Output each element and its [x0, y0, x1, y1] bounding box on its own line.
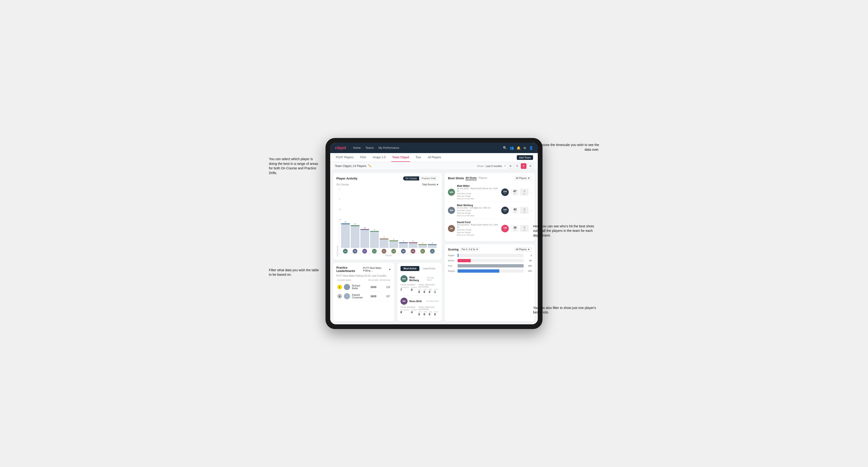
- scoring-row-pars: Pars 499: [448, 264, 532, 268]
- shot-item-mcharg[interactable]: BM Blair McHarg 23 Jul 2023 · Ashridge G…: [448, 202, 532, 219]
- player-score-butler: 19/20: [365, 286, 376, 288]
- user-icon[interactable]: 👤: [529, 146, 533, 150]
- bell-icon[interactable]: 🔔: [517, 146, 521, 150]
- scoring-card: Scoring Par 3, 4 & 5s ▼ All Players ▼: [445, 244, 535, 321]
- pars-label: Pars: [448, 264, 456, 267]
- scoring-players-dropdown-icon: ▼: [528, 248, 530, 251]
- on-course-toggle[interactable]: On Course: [403, 177, 419, 181]
- team-header: Team Clippd | 14 Players ✏️ Show: Last 3…: [330, 162, 538, 170]
- add-team-button[interactable]: Add Team: [517, 155, 533, 160]
- settings-view-icon[interactable]: ⚙: [527, 163, 533, 169]
- shot-chevron-ford[interactable]: ›: [530, 227, 532, 230]
- bar-value-9: 2: [432, 242, 433, 244]
- best-shots-header: Best Shots All Shots Players All Players…: [448, 176, 532, 180]
- bar-7: [409, 242, 417, 248]
- list-view-icon[interactable]: ☰: [514, 163, 520, 169]
- shot-info-ford: David Ford 24 Aug 2023 · Royal North Dev…: [457, 221, 499, 236]
- all-players-selector[interactable]: All Players ▼: [514, 176, 532, 180]
- player-activity-header: Player Activity On Course Practice Drill…: [336, 176, 438, 181]
- nav-link-home[interactable]: Home: [353, 146, 361, 150]
- shot-chevron-miller[interactable]: ›: [530, 190, 532, 194]
- sub-nav-team-clippd[interactable]: Team Clippd: [391, 153, 410, 162]
- par-filter-selector[interactable]: Par 3, 4 & 5s ▼: [460, 247, 480, 251]
- bar-item-0: 13 BM: [341, 221, 350, 253]
- tablet-screen: clippd Home Teams My Performance 🔍 👥 🔔 ⊕…: [330, 143, 538, 324]
- shot-item-miller[interactable]: MM Matt Miller 09 Jun 2023 · Royal North…: [448, 183, 532, 202]
- chart-filter-selector[interactable]: Total Rounds ▼: [422, 183, 438, 186]
- player-avatar-butler: [344, 284, 350, 290]
- active-date-mcharg: 26 Aug 2023: [427, 276, 438, 281]
- least-active-tab[interactable]: Least Active: [420, 266, 438, 271]
- bottom-panels: Practice Leaderboards PUTT Must Make Put…: [333, 263, 442, 321]
- bar-avatar-9: LR: [430, 249, 435, 253]
- bar-8: [418, 244, 427, 248]
- nav-bar: clippd Home Teams My Performance 🔍 👥 🔔 ⊕…: [330, 143, 538, 153]
- shot-chevron-mcharg[interactable]: ›: [530, 209, 532, 212]
- shot-stat-dist: 67 yds: [511, 189, 519, 195]
- best-shots-card: Best Shots All Shots Players All Players…: [445, 173, 535, 241]
- practice-drills-toggle[interactable]: Practice Drills: [419, 177, 438, 181]
- player-score-crossman: 18/20: [365, 295, 376, 298]
- player-activity-card: Player Activity On Course Practice Drill…: [333, 173, 442, 260]
- sub-nav-all-players[interactable]: All Players: [427, 153, 442, 162]
- birdies-fill: [458, 259, 471, 262]
- active-player-britt: RB Rees Britt 02 Sep 2023 Total Rounds: [401, 296, 439, 318]
- player-avg-butler: 110: [378, 286, 390, 288]
- shot-stat-remain3: 0 yds: [520, 225, 529, 232]
- sub-nav-pga[interactable]: PGA: [359, 153, 367, 162]
- bar-avatar-0: BM: [343, 249, 348, 253]
- bar-avatar-3: JC: [372, 249, 377, 253]
- shot-stats-ford: 16 yds 0 yds: [511, 225, 529, 232]
- right-panel: Best Shots All Shots Players All Players…: [445, 173, 535, 321]
- most-active-tab[interactable]: Most Active: [401, 266, 420, 271]
- bar-avatar-4: EE: [382, 249, 386, 253]
- view-icons: ⊞ ☰ ♥ ⚙: [507, 163, 533, 169]
- rank-2-badge: 2: [337, 294, 342, 299]
- annotation-top-left: You can select which player is doing the…: [269, 157, 321, 175]
- shot-item-ford[interactable]: DF David Ford 24 Aug 2023 · Royal North …: [448, 219, 532, 238]
- nav-link-performance[interactable]: My Performance: [378, 146, 399, 150]
- bar-value-3: 9: [374, 229, 375, 230]
- bar-avatar-8: EC: [420, 249, 425, 253]
- bar-item-7: 3 MM: [409, 240, 417, 253]
- all-shots-tab[interactable]: All Shots: [465, 177, 477, 180]
- pars-value: 499: [525, 264, 532, 267]
- left-panel: Player Activity On Course Practice Drill…: [333, 173, 442, 321]
- bar-value-0: 13: [345, 221, 346, 223]
- tablet-frame: clippd Home Teams My Performance 🔍 👥 🔔 ⊕…: [326, 138, 542, 329]
- sub-nav-tour[interactable]: Tour: [415, 153, 422, 162]
- bar-3: [370, 231, 379, 248]
- shot-avatar-miller: MM: [448, 189, 455, 196]
- time-selector[interactable]: Last 3 months: [486, 165, 502, 167]
- sub-nav-hcaps[interactable]: Hcaps 1-5: [372, 153, 386, 162]
- drill-selector[interactable]: PUTT Must Make Putting ... ▼: [363, 267, 391, 272]
- grid-view-icon[interactable]: ⊞: [507, 163, 513, 169]
- birdies-label: Birdies: [448, 259, 456, 262]
- shot-stat-dist2: 43 yds: [511, 207, 519, 214]
- shots-tabs: All Shots Players: [465, 177, 487, 180]
- drill-dropdown-icon: ▼: [389, 268, 391, 271]
- bar-value-1: 12: [354, 223, 356, 225]
- scoring-players-selector[interactable]: All Players ▼: [514, 247, 532, 251]
- bar-item-9: 2 LR: [428, 242, 437, 253]
- bar-1: [351, 225, 360, 248]
- practice-leaderboards-card: Practice Leaderboards PUTT Must Make Put…: [333, 263, 394, 321]
- active-player-avatar-britt: RB: [401, 298, 408, 305]
- annotation-bot-right: You can also filter to show just one pla…: [533, 306, 599, 315]
- sub-nav-pgat[interactable]: PGAT Players: [335, 153, 354, 162]
- annotation-mid-right: Here you can see who's hit the best shot…: [533, 224, 599, 238]
- chart-wrap: Total Rounds 15 10 5 0: [336, 188, 438, 257]
- heart-view-icon[interactable]: ♥: [521, 163, 526, 169]
- nav-link-teams[interactable]: Teams: [365, 146, 374, 150]
- plus-circle-icon[interactable]: ⊕: [523, 146, 526, 150]
- team-title: Team Clippd | 14 Players: [335, 164, 366, 168]
- edit-icon[interactable]: ✏️: [368, 164, 371, 167]
- bar-item-6: 3 RB: [399, 240, 408, 253]
- users-icon[interactable]: 👥: [510, 146, 514, 150]
- player-activity-title: Player Activity: [336, 177, 357, 180]
- birdies-bar: [458, 259, 524, 262]
- table-row: 2 Edward Crossman 18/20 107: [336, 292, 391, 301]
- bar-0: [341, 223, 350, 248]
- search-icon[interactable]: 🔍: [503, 146, 507, 150]
- players-shots-tab[interactable]: Players: [478, 177, 487, 180]
